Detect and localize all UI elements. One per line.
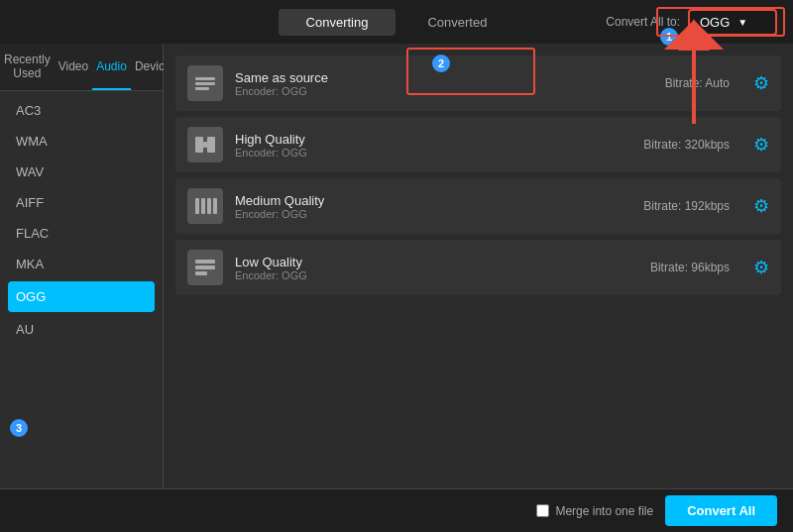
bottom-bar: Merge into one file Convert All <box>0 488 793 532</box>
quality-name-low: Low Quality <box>235 255 638 269</box>
top-bar: Converting Converted Convert All to: OGG… <box>0 0 793 44</box>
quality-list: Same as source Encoder: OGG Bitrate: Aut… <box>175 55 781 295</box>
quality-same-as-source[interactable]: Same as source Encoder: OGG Bitrate: Aut… <box>175 55 781 111</box>
quality-encoder-low: Encoder: OGG <box>235 269 638 281</box>
merge-label: Merge into one file <box>555 504 653 518</box>
gear-icon-medium[interactable]: ⚙ <box>753 195 769 217</box>
format-wav[interactable]: WAV <box>0 157 163 187</box>
svg-rect-5 <box>195 137 203 153</box>
gear-icon-high[interactable]: ⚙ <box>753 134 769 156</box>
quality-icon-s <box>187 65 223 101</box>
quality-name-same: Same as source <box>235 70 653 85</box>
svg-rect-10 <box>201 198 205 214</box>
merge-checkbox-section: Merge into one file <box>536 504 653 518</box>
quality-icon-l <box>187 250 223 285</box>
format-wma[interactable]: WMA <box>0 126 163 157</box>
quality-icon-h <box>187 127 223 162</box>
badge-2: 2 <box>432 54 450 72</box>
quality-encoder-medium: Encoder: OGG <box>235 208 631 220</box>
main-content: Recently Used Video Audio Device AC3 WMA… <box>0 44 793 532</box>
quality-info-medium: Medium Quality Encoder: OGG <box>235 193 631 220</box>
quality-bitrate-low: Bitrate: 96kbps <box>650 261 730 274</box>
format-flac[interactable]: FLAC <box>0 218 163 249</box>
quality-info-low: Low Quality Encoder: OGG <box>235 255 638 281</box>
format-mka[interactable]: MKA <box>0 249 163 279</box>
quality-name-high: High Quality <box>235 132 631 147</box>
svg-rect-2 <box>195 82 215 85</box>
svg-rect-6 <box>207 137 215 153</box>
badge-1: 1 <box>660 28 678 46</box>
quality-info-same: Same as source Encoder: OGG <box>235 70 653 97</box>
category-tabs: Recently Used Video Audio Device <box>0 44 163 91</box>
svg-rect-15 <box>195 266 215 269</box>
svg-rect-14 <box>195 260 215 264</box>
dropdown-arrow-icon: ▼ <box>737 17 747 28</box>
svg-rect-9 <box>195 198 199 214</box>
svg-rect-3 <box>195 87 209 90</box>
svg-rect-16 <box>195 271 207 275</box>
quality-high[interactable]: High Quality Encoder: OGG Bitrate: 320kb… <box>175 117 781 172</box>
convert-all-section: Convert All to: OGG ▼ <box>606 9 777 36</box>
svg-rect-7 <box>203 142 207 148</box>
tab-converted[interactable]: Converted <box>399 9 514 36</box>
merge-checkbox[interactable] <box>536 504 549 517</box>
svg-rect-12 <box>213 198 217 214</box>
quality-medium[interactable]: Medium Quality Encoder: OGG Bitrate: 192… <box>175 178 781 234</box>
format-ogg[interactable]: OGG <box>8 281 155 312</box>
convert-all-label: Convert All to: <box>606 15 680 29</box>
right-content: Same as source Encoder: OGG Bitrate: Aut… <box>164 44 793 532</box>
top-tab-group: Converting Converted <box>279 9 515 36</box>
quality-bitrate-same: Bitrate: Auto <box>665 76 730 90</box>
tab-recently-used[interactable]: Recently Used <box>0 44 55 90</box>
gear-icon-same[interactable]: ⚙ <box>753 72 769 94</box>
convert-all-button[interactable]: Convert All <box>665 495 777 526</box>
tab-converting[interactable]: Converting <box>279 9 396 36</box>
sidebar: Recently Used Video Audio Device AC3 WMA… <box>0 44 164 532</box>
tab-video[interactable]: Video <box>55 44 92 90</box>
format-list: AC3 WMA WAV AIFF FLAC MKA OGG AU <box>0 91 163 505</box>
badge-3: 3 <box>10 419 28 437</box>
format-aiff[interactable]: AIFF <box>0 187 163 218</box>
convert-all-value: OGG <box>700 15 730 30</box>
tab-audio[interactable]: Audio <box>92 44 131 90</box>
quality-bitrate-high: Bitrate: 320kbps <box>643 138 730 152</box>
svg-rect-11 <box>207 198 211 214</box>
format-au[interactable]: AU <box>0 314 163 345</box>
convert-all-dropdown[interactable]: OGG ▼ <box>688 9 777 36</box>
quality-info-high: High Quality Encoder: OGG <box>235 132 631 159</box>
gear-icon-low[interactable]: ⚙ <box>753 257 769 278</box>
format-ac3[interactable]: AC3 <box>0 95 163 126</box>
quality-bitrate-medium: Bitrate: 192kbps <box>643 199 730 213</box>
quality-name-medium: Medium Quality <box>235 193 631 208</box>
svg-rect-1 <box>195 77 215 80</box>
quality-icon-m <box>187 188 223 224</box>
quality-encoder-high: Encoder: OGG <box>235 147 631 159</box>
quality-encoder-same: Encoder: OGG <box>235 85 653 97</box>
quality-low[interactable]: Low Quality Encoder: OGG Bitrate: 96kbps… <box>175 240 781 295</box>
